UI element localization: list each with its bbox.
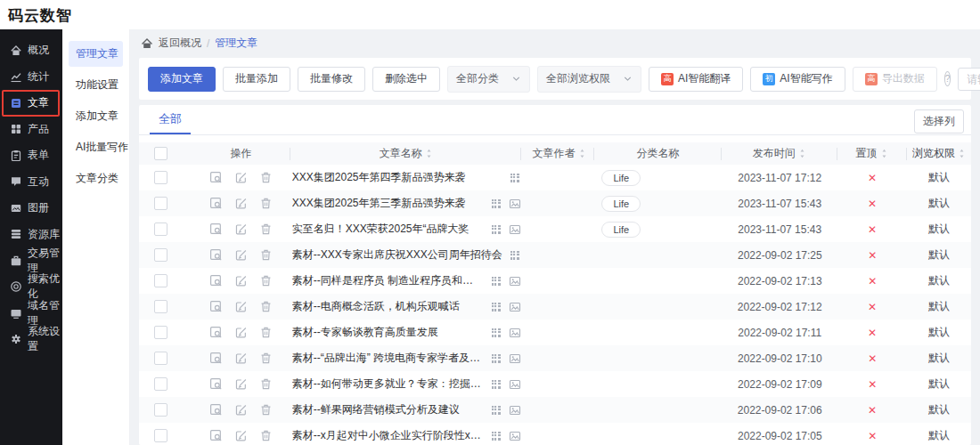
- sidebar-item-seo[interactable]: 搜索优化: [0, 274, 62, 301]
- column-header-permission[interactable]: 浏览权限: [907, 148, 971, 160]
- preview-article-button[interactable]: [209, 377, 223, 391]
- preview-article-button[interactable]: [209, 171, 223, 184]
- thumbnail-icon[interactable]: [509, 301, 521, 313]
- row-checkbox[interactable]: [154, 248, 167, 262]
- pinned-off-mark[interactable]: ✕: [868, 404, 877, 417]
- batch-add-button[interactable]: 批量添加: [223, 67, 290, 92]
- delete-article-button[interactable]: [259, 197, 273, 210]
- permission-filter-select[interactable]: 全部浏览权限: [537, 66, 641, 93]
- edit-article-button[interactable]: [234, 300, 248, 313]
- submenu-item-article-categories[interactable]: 文章分类: [69, 166, 123, 191]
- delete-selected-button[interactable]: 删除选中: [372, 67, 440, 92]
- thumbnail-icon[interactable]: [509, 404, 521, 417]
- preview-article-button[interactable]: [209, 326, 223, 339]
- qr-code-icon[interactable]: [490, 378, 502, 391]
- delete-article-button[interactable]: [259, 222, 273, 236]
- column-header-name[interactable]: 文章名称: [292, 148, 521, 160]
- select-all-checkbox[interactable]: [154, 147, 167, 160]
- thumbnail-icon[interactable]: [509, 223, 521, 236]
- sidebar-item-articles[interactable]: 文章: [2, 90, 60, 117]
- row-checkbox[interactable]: [154, 403, 167, 417]
- row-checkbox[interactable]: [154, 222, 167, 236]
- sidebar-item-domains[interactable]: 域名管理: [0, 300, 62, 327]
- qr-code-icon[interactable]: [490, 327, 502, 339]
- delete-article-button[interactable]: [259, 248, 273, 262]
- sort-icon[interactable]: [578, 148, 586, 159]
- row-checkbox[interactable]: [154, 274, 167, 287]
- row-checkbox[interactable]: [154, 300, 167, 313]
- tab-all[interactable]: 全部: [150, 105, 191, 134]
- edit-article-button[interactable]: [234, 352, 248, 365]
- sidebar-item-trade[interactable]: 交易管理: [0, 247, 62, 274]
- sidebar-item-gallery[interactable]: 图册: [0, 195, 62, 222]
- thumbnail-icon[interactable]: [509, 198, 521, 210]
- thumbnail-icon[interactable]: [509, 378, 521, 391]
- pinned-off-mark[interactable]: ✕: [868, 223, 877, 236]
- edit-article-button[interactable]: [234, 248, 248, 262]
- row-checkbox[interactable]: [154, 429, 167, 442]
- delete-article-button[interactable]: [259, 171, 273, 184]
- row-checkbox[interactable]: [154, 197, 167, 210]
- submenu-item-manage-articles[interactable]: 管理文章: [69, 41, 123, 67]
- column-select-button[interactable]: 选择列: [914, 109, 964, 134]
- preview-article-button[interactable]: [209, 274, 223, 287]
- search-input[interactable]: [965, 72, 980, 86]
- edit-article-button[interactable]: [234, 274, 248, 287]
- row-checkbox[interactable]: [154, 326, 167, 339]
- edit-article-button[interactable]: [234, 326, 248, 339]
- qr-code-icon[interactable]: [490, 430, 502, 442]
- preview-article-button[interactable]: [209, 197, 223, 210]
- help-icon[interactable]: ?: [944, 71, 951, 86]
- delete-article-button[interactable]: [259, 403, 273, 417]
- edit-article-button[interactable]: [234, 429, 248, 442]
- ai-translate-button[interactable]: 高 AI智能翻译: [649, 67, 743, 92]
- add-article-button[interactable]: 添加文章: [148, 67, 216, 92]
- pinned-off-mark[interactable]: ✕: [868, 198, 877, 210]
- edit-article-button[interactable]: [234, 197, 248, 210]
- qr-code-icon[interactable]: [490, 198, 502, 210]
- sidebar-item-resources[interactable]: 资源库: [0, 222, 62, 248]
- qr-code-icon[interactable]: [509, 172, 521, 184]
- qr-code-icon[interactable]: [509, 249, 521, 262]
- column-header-time[interactable]: 发布时间: [722, 148, 837, 160]
- column-header-author[interactable]: 文章作者: [525, 148, 595, 160]
- submenu-item-add-article[interactable]: 添加文章: [69, 103, 123, 129]
- qr-code-icon[interactable]: [490, 301, 502, 313]
- sort-icon[interactable]: [425, 148, 433, 159]
- preview-article-button[interactable]: [209, 352, 223, 365]
- preview-article-button[interactable]: [209, 248, 223, 262]
- sidebar-item-products[interactable]: 产品: [0, 117, 62, 143]
- delete-article-button[interactable]: [259, 377, 273, 391]
- edit-article-button[interactable]: [234, 377, 248, 391]
- edit-article-button[interactable]: [234, 222, 248, 236]
- export-data-button[interactable]: 高 导出数据: [853, 67, 937, 92]
- preview-article-button[interactable]: [209, 222, 223, 236]
- row-checkbox[interactable]: [154, 377, 167, 391]
- sort-icon[interactable]: [798, 148, 806, 159]
- row-checkbox[interactable]: [154, 352, 167, 365]
- row-checkbox[interactable]: [154, 171, 167, 184]
- thumbnail-icon[interactable]: [509, 275, 521, 287]
- pinned-off-mark[interactable]: ✕: [868, 378, 877, 391]
- qr-code-icon[interactable]: [490, 404, 502, 417]
- sort-icon[interactable]: [958, 148, 966, 159]
- column-header-pinned[interactable]: 置顶: [837, 148, 907, 160]
- thumbnail-icon[interactable]: [509, 327, 521, 339]
- breadcrumb-back[interactable]: 返回概况: [159, 36, 201, 51]
- preview-article-button[interactable]: [209, 429, 223, 442]
- edit-article-button[interactable]: [234, 403, 248, 417]
- pinned-off-mark[interactable]: ✕: [868, 430, 877, 442]
- submenu-item-ai-batch-writing[interactable]: AI批量写作: [69, 134, 123, 160]
- delete-article-button[interactable]: [259, 429, 273, 442]
- qr-code-icon[interactable]: [490, 275, 502, 287]
- edit-article-button[interactable]: [234, 171, 248, 184]
- delete-article-button[interactable]: [259, 352, 273, 365]
- preview-article-button[interactable]: [209, 300, 223, 313]
- sidebar-item-settings[interactable]: 系统设置: [0, 327, 62, 353]
- pinned-off-mark[interactable]: ✕: [868, 249, 877, 262]
- pinned-off-mark[interactable]: ✕: [868, 275, 877, 287]
- pinned-off-mark[interactable]: ✕: [868, 352, 877, 365]
- sidebar-item-overview[interactable]: 概况: [0, 37, 62, 64]
- sidebar-item-forms[interactable]: 表单: [0, 142, 62, 169]
- delete-article-button[interactable]: [259, 274, 273, 287]
